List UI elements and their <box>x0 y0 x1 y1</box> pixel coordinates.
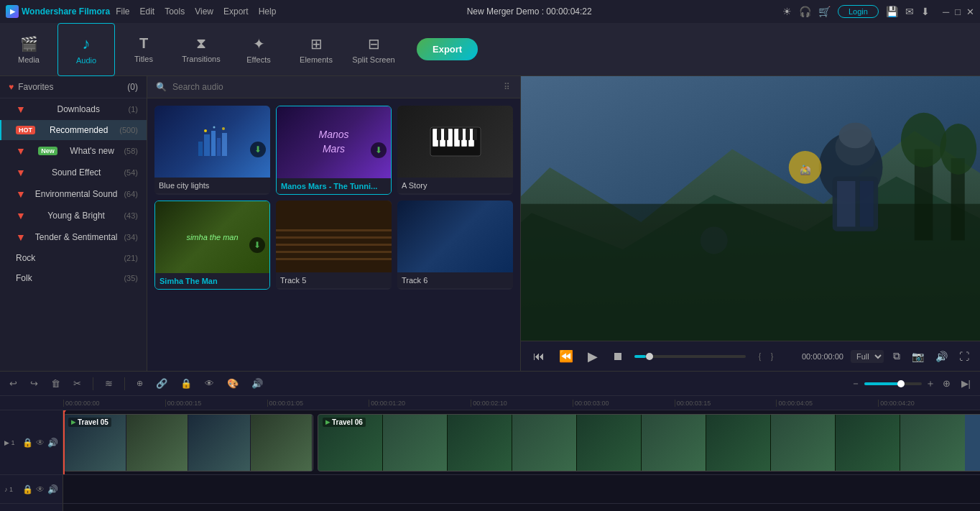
sidebar-item-tender[interactable]: ▼ Tender & Sentimental (34) <box>0 226 147 248</box>
download-overlay-1[interactable]: ⬇ <box>250 142 266 157</box>
login-button[interactable]: Login <box>838 5 879 18</box>
env-sound-arrow: ▼ <box>16 188 26 200</box>
toolbar-split-screen[interactable]: ⊟ Split Screen <box>345 23 402 76</box>
search-input[interactable] <box>172 82 498 92</box>
volume-icon[interactable]: 🔊 <box>933 351 950 362</box>
svg-rect-22 <box>276 236 392 239</box>
download-overlay-4[interactable]: ⬇ <box>249 237 265 253</box>
toolbar-media[interactable]: 🎬 Media <box>0 23 57 76</box>
menu-edit[interactable]: Edit <box>139 6 154 17</box>
audio-button[interactable]: 🔊 <box>248 376 267 391</box>
play-button[interactable]: ▶ <box>584 346 601 367</box>
minimize-button[interactable]: ─ <box>943 6 949 17</box>
toolbar-elements[interactable]: ⊞ Elements <box>287 23 345 76</box>
clip-travel06[interactable]: ▶ Travel 06 <box>318 414 980 471</box>
time-display: 00:00:00:00 <box>786 352 843 361</box>
toolbar-transitions[interactable]: ⧗ Transitions <box>172 23 230 76</box>
menu-view[interactable]: View <box>195 6 213 17</box>
redo-button[interactable]: ↪ <box>27 376 42 391</box>
delete-button[interactable]: 🗑 <box>47 376 64 391</box>
add-track-button[interactable]: ⊕ <box>939 376 954 391</box>
grid-options-icon[interactable]: ⠿ <box>504 82 512 92</box>
menu-tools[interactable]: Tools <box>165 6 185 17</box>
audio-card-6[interactable]: Track 6 <box>397 201 513 290</box>
headphone-icon[interactable]: 🎧 <box>799 6 811 17</box>
out-point-bracket: ｝ <box>769 350 779 363</box>
audio-track-label: ♪ 1 🔒 👁 🔊 <box>0 475 63 504</box>
close-button[interactable]: ✕ <box>966 6 974 17</box>
quality-selector[interactable]: Full 1/2 1/4 <box>851 350 884 363</box>
maximize-button[interactable]: □ <box>955 6 961 17</box>
sidebar-item-downloads[interactable]: ▼ Downloads (1) <box>0 98 147 120</box>
color-button[interactable]: 🎨 <box>223 376 242 391</box>
audio-waveform-button[interactable]: ≋ <box>101 376 116 391</box>
audio-card-2[interactable]: Manos Mars ⬇ Manos Mars - The Tunni... <box>276 106 392 195</box>
audio-vol-icon[interactable]: 🔊 <box>47 484 58 494</box>
menu-help[interactable]: Help <box>259 6 277 17</box>
stop-button[interactable]: ⏹ <box>609 348 627 365</box>
fullscreen-icon[interactable]: ⛶ <box>957 351 971 362</box>
sidebar-item-sound-effect[interactable]: ▼ Sound Effect (54) <box>0 162 147 183</box>
environmental-count: (64) <box>124 190 138 198</box>
track-lock-icon[interactable]: 🔒 <box>22 438 33 448</box>
download-overlay-2[interactable]: ⬇ <box>371 142 387 158</box>
undo-button[interactable]: ↩ <box>6 376 21 391</box>
lock-button[interactable]: 🔒 <box>177 376 195 391</box>
audio-lock-icon[interactable]: 🔒 <box>22 484 33 494</box>
video-track: ▶ Travel 05 ▶ Travel 06 <box>63 410 980 475</box>
whats-new-label: What's new <box>70 146 114 156</box>
hide-button[interactable]: 👁 <box>201 376 218 391</box>
sun-icon[interactable]: ☀ <box>782 6 792 17</box>
skip-back-button[interactable]: ⏮ <box>530 348 548 365</box>
video-track-label: ▶ 1 🔒 👁 🔊 <box>0 410 63 475</box>
audio-card-3[interactable]: A Story <box>397 106 513 195</box>
favorites-count: (0) <box>127 82 138 92</box>
link-button[interactable]: 🔗 <box>152 376 171 391</box>
toolbar-effects[interactable]: ✦ Effects <box>230 23 287 76</box>
cart-icon[interactable]: 🛒 <box>818 6 831 17</box>
timeline-settings-button[interactable]: ▶| <box>958 376 974 391</box>
svg-rect-21 <box>276 229 392 231</box>
pip-icon[interactable]: ⧉ <box>891 350 902 362</box>
snapshot-icon[interactable]: 📷 <box>910 351 926 362</box>
svg-rect-2 <box>211 131 216 156</box>
playhead <box>63 410 65 474</box>
titlebar-right: ☀ 🎧 🛒 Login 💾 ✉ ⬇ ─ □ ✕ <box>782 5 974 18</box>
track-eye-icon[interactable]: 👁 <box>36 438 45 448</box>
menu-export[interactable]: Export <box>223 6 249 17</box>
mail-icon[interactable]: ✉ <box>905 6 914 17</box>
toolbar-titles[interactable]: T Titles <box>115 23 172 76</box>
export-button[interactable]: Export <box>417 38 478 60</box>
frame-back-button[interactable]: ⏪ <box>555 347 577 365</box>
favorites-item[interactable]: ♥ Favorites (0) <box>0 76 147 98</box>
audio-eye-icon[interactable]: 👁 <box>36 484 45 494</box>
menu-bar: File Edit Tools View Export Help <box>116 6 276 17</box>
clip2-title: Travel 06 <box>332 418 363 426</box>
zoom-in-icon[interactable]: ＋ <box>925 377 935 390</box>
audio-card-4[interactable]: simha the man ⬇ Simha The Man <box>154 201 270 290</box>
zoom-out-icon[interactable]: － <box>851 377 861 390</box>
sidebar-item-young-bright[interactable]: ▼ Young & Bright (43) <box>0 205 147 226</box>
audio-card-1[interactable]: ⬇ Blue city lights <box>154 106 270 195</box>
sidebar-item-whats-new[interactable]: ▼ New What's new (58) <box>0 140 147 162</box>
sidebar-item-recommended[interactable]: HOT Recommended (500) <box>0 120 147 140</box>
menu-file[interactable]: File <box>116 6 129 17</box>
rock-label: Rock <box>16 253 35 263</box>
toolbar-audio[interactable]: ♪ Audio <box>57 23 115 76</box>
card-title-4: Simha The Man <box>155 273 269 289</box>
clip-travel05[interactable]: ▶ Travel 05 <box>63 414 313 471</box>
download-icon[interactable]: ⬇ <box>921 6 930 17</box>
svg-point-5 <box>204 129 207 132</box>
audio-card-5[interactable]: Track 5 <box>276 201 392 290</box>
sidebar-item-folk[interactable]: Folk (35) <box>0 268 147 288</box>
sidebar-item-rock[interactable]: Rock (21) <box>0 248 147 268</box>
whats-new-count: (58) <box>124 147 138 155</box>
track-volume-icon[interactable]: 🔊 <box>47 438 58 448</box>
zoom-slider[interactable] <box>864 382 922 385</box>
sidebar-item-environmental[interactable]: ▼ Environmental Sound (64) <box>0 183 147 205</box>
save-icon[interactable]: 💾 <box>886 6 898 17</box>
add-marker-button[interactable]: ⊕ <box>133 377 147 390</box>
card-title-5: Track 5 <box>276 272 392 288</box>
cut-button[interactable]: ✂ <box>70 376 85 391</box>
progress-bar[interactable] <box>634 355 746 358</box>
